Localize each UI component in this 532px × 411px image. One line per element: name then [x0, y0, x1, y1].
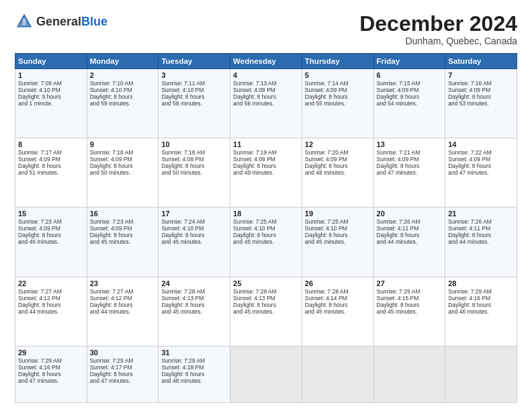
day-info: Sunset: 4:16 PM	[448, 295, 514, 302]
day-number: 16	[90, 210, 156, 218]
day-info: Daylight: 8 hours	[90, 93, 156, 100]
calendar-cell: 19Sunrise: 7:25 AMSunset: 4:10 PMDayligh…	[302, 208, 373, 277]
day-info: and 50 minutes.	[161, 169, 227, 176]
calendar-cell: 24Sunrise: 7:28 AMSunset: 4:13 PMDayligh…	[159, 277, 230, 346]
calendar-cell: 23Sunrise: 7:27 AMSunset: 4:12 PMDayligh…	[87, 277, 159, 346]
day-info: Sunset: 4:09 PM	[448, 87, 514, 93]
calendar-day-header: Wednesday	[230, 54, 302, 69]
calendar-cell: 8Sunrise: 7:17 AMSunset: 4:09 PMDaylight…	[15, 138, 87, 208]
day-info: Daylight: 8 hours	[233, 302, 299, 308]
calendar-cell: 11Sunrise: 7:19 AMSunset: 4:09 PMDayligh…	[230, 138, 302, 208]
day-info: and 46 minutes.	[18, 238, 84, 245]
header: General Blue December 2024 Dunham, Quebe…	[15, 12, 517, 46]
day-info: Sunrise: 7:18 AM	[90, 149, 156, 156]
day-info: Sunset: 4:15 PM	[377, 295, 443, 302]
calendar-cell: 20Sunrise: 7:26 AMSunset: 4:11 PMDayligh…	[373, 208, 445, 277]
day-info: Daylight: 8 hours	[448, 93, 514, 100]
day-info: Sunrise: 7:26 AM	[448, 218, 514, 225]
calendar-cell: 17Sunrise: 7:24 AMSunset: 4:10 PMDayligh…	[159, 208, 230, 277]
day-info: Sunrise: 7:28 AM	[305, 288, 371, 295]
day-info: Daylight: 8 hours	[305, 232, 371, 238]
calendar-cell: 6Sunrise: 7:15 AMSunset: 4:09 PMDaylight…	[373, 69, 445, 138]
day-info: Sunset: 4:09 PM	[233, 87, 299, 93]
day-info: Sunset: 4:11 PM	[377, 225, 443, 232]
calendar-cell: 3Sunrise: 7:11 AMSunset: 4:10 PMDaylight…	[159, 69, 230, 138]
day-info: and 44 minutes.	[377, 238, 443, 245]
day-info: and 58 minutes.	[161, 100, 227, 107]
day-info: Sunset: 4:09 PM	[90, 156, 156, 163]
day-info: and 45 minutes.	[377, 308, 443, 315]
day-info: Sunrise: 7:15 AM	[377, 80, 443, 87]
day-info: Sunrise: 7:11 AM	[161, 80, 227, 87]
day-info: Sunset: 4:10 PM	[161, 87, 227, 93]
day-info: and 46 minutes.	[448, 308, 514, 315]
day-number: 6	[377, 71, 443, 79]
day-number: 9	[90, 140, 156, 148]
day-number: 27	[377, 279, 443, 287]
day-info: Sunrise: 7:28 AM	[161, 288, 227, 295]
day-info: and 55 minutes.	[305, 100, 371, 107]
calendar-cell: 1Sunrise: 7:09 AMSunset: 4:10 PMDaylight…	[15, 69, 87, 138]
calendar-table: SundayMondayTuesdayWednesdayThursdayFrid…	[15, 53, 517, 403]
logo-icon	[15, 12, 34, 31]
day-info: Daylight: 8 hours	[18, 371, 84, 377]
day-number: 21	[448, 210, 514, 218]
day-info: Daylight: 8 hours	[18, 163, 84, 169]
day-number: 13	[377, 140, 443, 148]
day-number: 30	[90, 349, 156, 357]
day-info: Daylight: 8 hours	[448, 302, 514, 308]
day-info: Sunrise: 7:13 AM	[233, 80, 299, 87]
day-number: 31	[161, 349, 227, 357]
day-info: Sunset: 4:12 PM	[18, 295, 84, 302]
day-info: Sunset: 4:17 PM	[90, 364, 156, 371]
calendar-cell: 21Sunrise: 7:26 AMSunset: 4:11 PMDayligh…	[445, 208, 517, 277]
day-info: Daylight: 8 hours	[233, 163, 299, 169]
day-number: 17	[161, 210, 227, 218]
svg-rect-2	[23, 19, 26, 26]
logo-blue: Blue	[81, 15, 107, 28]
day-info: Sunset: 4:09 PM	[377, 87, 443, 93]
day-info: Sunrise: 7:16 AM	[448, 80, 514, 87]
day-info: Sunrise: 7:21 AM	[377, 149, 443, 156]
day-info: Sunset: 4:16 PM	[18, 364, 84, 371]
calendar-day-header: Saturday	[445, 54, 517, 69]
calendar-cell: 16Sunrise: 7:23 AMSunset: 4:09 PMDayligh…	[87, 208, 159, 277]
calendar-cell: 5Sunrise: 7:14 AMSunset: 4:09 PMDaylight…	[302, 69, 373, 138]
day-info: Daylight: 8 hours	[305, 93, 371, 100]
day-info: and 45 minutes.	[161, 308, 227, 315]
day-number: 11	[233, 140, 299, 148]
day-info: Daylight: 8 hours	[90, 371, 156, 377]
day-info: Sunrise: 7:25 AM	[233, 218, 299, 225]
calendar-cell: 28Sunrise: 7:29 AMSunset: 4:16 PMDayligh…	[445, 277, 517, 346]
day-number: 7	[448, 71, 514, 79]
day-info: Daylight: 8 hours	[377, 93, 443, 100]
day-info: Sunset: 4:11 PM	[448, 225, 514, 232]
calendar-header-row: SundayMondayTuesdayWednesdayThursdayFrid…	[15, 54, 517, 69]
day-info: Sunset: 4:09 PM	[233, 156, 299, 163]
calendar-cell: 26Sunrise: 7:28 AMSunset: 4:14 PMDayligh…	[302, 277, 373, 346]
calendar-cell: 25Sunrise: 7:28 AMSunset: 4:13 PMDayligh…	[230, 277, 302, 346]
day-number: 20	[377, 210, 443, 218]
day-number: 29	[18, 349, 84, 357]
day-number: 14	[448, 140, 514, 148]
day-info: Daylight: 8 hours	[161, 371, 227, 377]
day-info: and 49 minutes.	[233, 169, 299, 176]
day-info: and 51 minutes.	[18, 169, 84, 176]
day-info: and 1 minute.	[18, 100, 84, 107]
day-info: Sunrise: 7:14 AM	[305, 80, 371, 87]
calendar-cell: 29Sunrise: 7:29 AMSunset: 4:16 PMDayligh…	[15, 346, 87, 402]
day-info: Sunrise: 7:29 AM	[18, 357, 84, 364]
day-number: 10	[161, 140, 227, 148]
calendar-cell: 2Sunrise: 7:10 AMSunset: 4:10 PMDaylight…	[87, 69, 159, 138]
day-number: 23	[90, 279, 156, 287]
day-info: Sunrise: 7:23 AM	[18, 218, 84, 225]
day-info: Sunset: 4:09 PM	[305, 156, 371, 163]
calendar-day-header: Monday	[87, 54, 159, 69]
day-info: and 45 minutes.	[305, 238, 371, 245]
day-info: Sunrise: 7:27 AM	[90, 288, 156, 295]
title-block: December 2024 Dunham, Quebec, Canada	[359, 12, 517, 46]
day-info: Daylight: 9 hours	[18, 93, 84, 100]
day-info: Sunrise: 7:29 AM	[90, 357, 156, 364]
day-info: Daylight: 8 hours	[161, 93, 227, 100]
day-info: and 53 minutes.	[448, 100, 514, 107]
